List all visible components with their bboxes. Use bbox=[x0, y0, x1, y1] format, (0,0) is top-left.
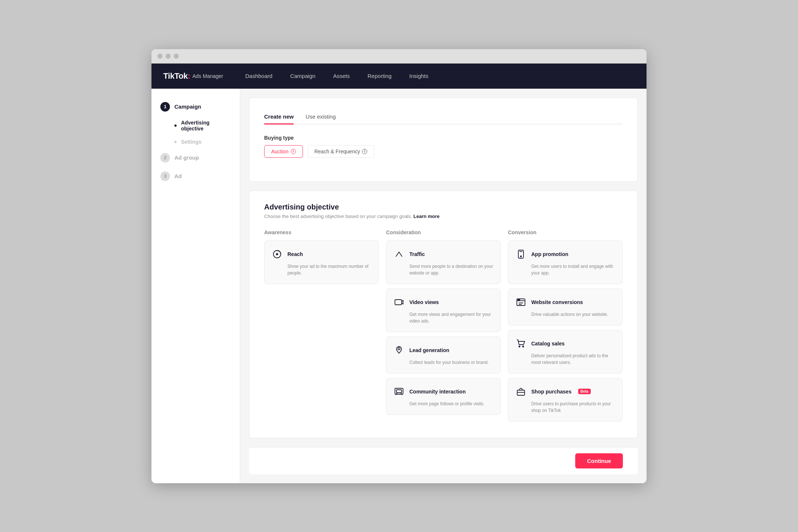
sub-dot-settings bbox=[174, 141, 177, 143]
app-title: App promotion bbox=[531, 251, 568, 257]
svg-rect-5 bbox=[396, 390, 402, 393]
browser-dot-2 bbox=[166, 54, 171, 59]
nav-assets[interactable]: Assets bbox=[332, 70, 351, 82]
sub-label-settings: Settings bbox=[181, 139, 201, 145]
advertising-objective-title: Advertising objective bbox=[264, 203, 623, 211]
objective-card-app[interactable]: App promotion Get more users to install … bbox=[508, 241, 623, 284]
continue-button[interactable]: Continue bbox=[575, 453, 623, 468]
step-label-adgroup: Ad group bbox=[174, 154, 199, 161]
app-card-header: App promotion bbox=[515, 248, 615, 260]
objective-card-reach[interactable]: Reach Show your ad to the maximum number… bbox=[264, 241, 379, 284]
svg-point-10 bbox=[519, 299, 520, 300]
nav-reporting[interactable]: Reporting bbox=[366, 70, 393, 82]
sidebar-step-campaign[interactable]: 1 Campaign bbox=[151, 98, 240, 116]
traffic-title: Traffic bbox=[409, 251, 425, 257]
objective-card-website[interactable]: Website conversions Drive valuable actio… bbox=[508, 289, 623, 325]
catalog-icon bbox=[515, 338, 527, 349]
awareness-column: Awareness Reach Show your ad to the maxi… bbox=[264, 229, 379, 426]
community-title: Community interaction bbox=[409, 389, 466, 395]
shop-desc: Drive users to purchase products in your… bbox=[515, 400, 615, 414]
lead-icon bbox=[393, 344, 405, 356]
community-card-header: Community interaction bbox=[393, 386, 494, 398]
sidebar: 1 Campaign Advertising objective Setting… bbox=[151, 89, 240, 483]
reach-desc: Show your ad to the maximum number of pe… bbox=[271, 263, 372, 276]
step-label-campaign: Campaign bbox=[174, 103, 201, 110]
step-number-1: 1 bbox=[160, 102, 170, 112]
community-desc: Get more page follows or profile visits. bbox=[393, 400, 494, 407]
tab-use-existing[interactable]: Use existing bbox=[306, 110, 336, 125]
advertising-objective-desc: Choose the best advertising objective ba… bbox=[264, 214, 623, 219]
app-desc: Get more users to install and engage wit… bbox=[515, 263, 615, 276]
reach-title: Reach bbox=[287, 251, 303, 257]
video-card-header: Video views bbox=[393, 296, 494, 308]
shop-title: Shop purchases bbox=[531, 389, 572, 395]
sub-dot-advertising-objective bbox=[174, 125, 177, 127]
buying-btn-reach-frequency-label: Reach & Frequency bbox=[314, 149, 360, 154]
tabs: Create new Use existing bbox=[264, 110, 623, 125]
top-nav: TikTok: Ads Manager Dashboard Campaign A… bbox=[151, 64, 647, 89]
objective-card-catalog[interactable]: Catalog sales Deliver personalized produ… bbox=[508, 330, 623, 374]
beta-badge: Beta bbox=[578, 389, 591, 394]
objective-card-traffic[interactable]: Traffic Send more people to a destinatio… bbox=[386, 241, 501, 284]
svg-point-7 bbox=[521, 256, 522, 257]
consideration-column: Consideration Traffic Send more people t… bbox=[386, 229, 501, 426]
website-title: Website conversions bbox=[531, 299, 583, 305]
advertising-objective-desc-text: Choose the best advertising objective ba… bbox=[264, 214, 412, 219]
consideration-col-label: Consideration bbox=[386, 229, 501, 235]
objective-columns: Awareness Reach Show your ad to the maxi… bbox=[264, 229, 623, 426]
browser-window: TikTok: Ads Manager Dashboard Campaign A… bbox=[151, 49, 647, 483]
sub-label-advertising-objective: Advertising objective bbox=[181, 120, 231, 132]
website-card-header: Website conversions bbox=[515, 296, 615, 308]
svg-rect-2 bbox=[395, 300, 402, 305]
nav-campaign[interactable]: Campaign bbox=[289, 70, 317, 82]
sidebar-sub-advertising-objective[interactable]: Advertising objective bbox=[151, 116, 240, 135]
video-icon bbox=[393, 296, 405, 308]
browser-dot-3 bbox=[174, 54, 179, 59]
advertising-objective-section: Advertising objective Choose the best ad… bbox=[249, 191, 638, 438]
buying-type-card: Create new Use existing Buying type Auct… bbox=[249, 98, 638, 182]
conversion-col-label: Conversion bbox=[508, 229, 623, 235]
logo: TikTok: bbox=[163, 71, 190, 81]
main-layout: 1 Campaign Advertising objective Setting… bbox=[151, 89, 647, 483]
reach-icon bbox=[271, 248, 283, 260]
reach-frequency-info-icon: i bbox=[362, 149, 367, 154]
conversion-column: Conversion App promotion Get more users … bbox=[508, 229, 623, 426]
auction-info-icon: i bbox=[291, 149, 296, 154]
lead-title: Lead generation bbox=[409, 347, 449, 353]
app-container: TikTok: Ads Manager Dashboard Campaign A… bbox=[151, 64, 647, 483]
step-number-2: 2 bbox=[160, 153, 170, 163]
nav-insights[interactable]: Insights bbox=[408, 70, 430, 82]
website-desc: Drive valuable actions on your website. bbox=[515, 311, 615, 318]
community-icon bbox=[393, 386, 405, 398]
svg-rect-13 bbox=[517, 390, 525, 395]
logo-colon: : bbox=[188, 71, 190, 81]
buying-btn-auction[interactable]: Auction i bbox=[264, 145, 303, 158]
svg-point-9 bbox=[518, 299, 519, 300]
objective-card-lead[interactable]: Lead generation Collect leads for your b… bbox=[386, 337, 501, 374]
svg-point-12 bbox=[523, 346, 524, 347]
step-number-3: 3 bbox=[160, 171, 170, 181]
sidebar-step-ad[interactable]: 3 Ad bbox=[151, 167, 240, 185]
catalog-desc: Deliver personalized product ads to the … bbox=[515, 352, 615, 366]
nav-dashboard[interactable]: Dashboard bbox=[244, 70, 274, 82]
buying-btn-auction-label: Auction bbox=[271, 149, 289, 154]
tab-create-new[interactable]: Create new bbox=[264, 110, 294, 125]
svg-point-1 bbox=[276, 253, 278, 255]
content-area: Create new Use existing Buying type Auct… bbox=[240, 89, 647, 483]
lead-desc: Collect leads for your business or brand… bbox=[393, 359, 494, 366]
lead-card-header: Lead generation bbox=[393, 344, 494, 356]
buying-btn-reach-frequency[interactable]: Reach & Frequency i bbox=[307, 145, 375, 158]
learn-more-link[interactable]: Learn more bbox=[413, 214, 440, 219]
shop-card-header: Shop purchases Beta bbox=[515, 386, 615, 398]
objective-card-shop[interactable]: Shop purchases Beta Drive users to purch… bbox=[508, 378, 623, 422]
buying-type-row: Auction i Reach & Frequency i bbox=[264, 145, 623, 158]
sidebar-sub-settings[interactable]: Settings bbox=[151, 135, 240, 149]
browser-dot-1 bbox=[157, 54, 163, 59]
sidebar-step-adgroup[interactable]: 2 Ad group bbox=[151, 149, 240, 167]
browser-chrome bbox=[151, 49, 647, 64]
app-icon bbox=[515, 248, 527, 260]
objective-card-community[interactable]: Community interaction Get more page foll… bbox=[386, 378, 501, 415]
objective-card-video[interactable]: Video views Get more views and engagemen… bbox=[386, 289, 501, 332]
reach-card-header: Reach bbox=[271, 248, 372, 260]
catalog-card-header: Catalog sales bbox=[515, 338, 615, 349]
